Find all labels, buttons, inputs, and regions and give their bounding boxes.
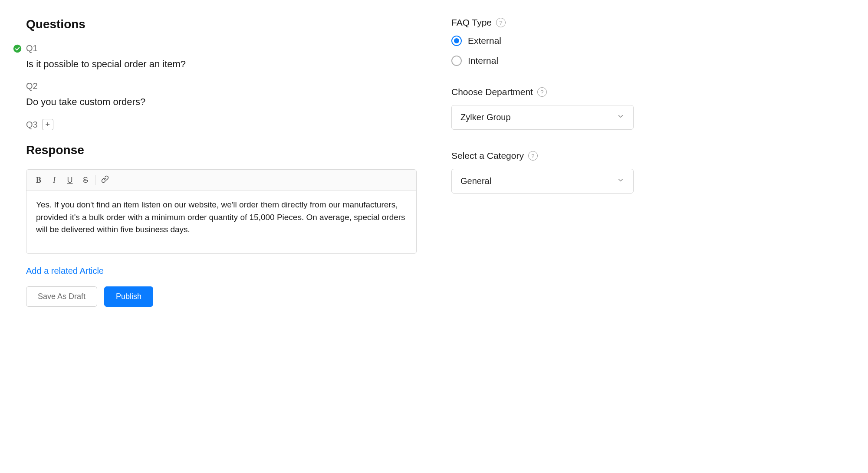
q2-label: Q2 [26,81,38,91]
response-heading: Response [26,143,417,157]
bold-icon: B [36,176,41,185]
help-icon[interactable]: ? [537,87,547,97]
plus-icon: + [45,121,50,128]
link-icon [101,175,109,185]
underline-icon: U [67,176,73,185]
add-related-article-link[interactable]: Add a related Article [26,266,104,276]
save-as-draft-button[interactable]: Save As Draft [26,286,97,307]
help-icon[interactable]: ? [528,151,538,161]
radio-unchecked-icon [451,56,462,66]
chevron-down-icon [617,176,625,186]
link-button[interactable] [97,173,113,187]
bold-button[interactable]: B [31,173,46,187]
question-3: Q3 + [26,119,417,130]
question-2: Q2 Do you take custom orders? [26,81,417,108]
response-textarea[interactable]: Yes. If you don't find an item listen on… [26,191,416,253]
questions-heading: Questions [26,17,417,31]
category-value: General [460,176,491,186]
svg-point-0 [13,44,21,52]
q3-label: Q3 [26,120,38,130]
faq-type-label: FAQ Type [451,17,492,28]
faq-type-field: FAQ Type ? External Internal [451,17,634,66]
check-icon [13,44,22,53]
response-editor: B I U S Yes. If you don't find [26,169,417,254]
strikethrough-icon: S [83,176,88,185]
underline-button[interactable]: U [62,173,78,187]
faq-internal-label: Internal [468,56,498,66]
faq-type-internal-radio[interactable]: Internal [451,56,634,66]
q2-text: Do you take custom orders? [26,96,417,108]
publish-button[interactable]: Publish [104,286,153,307]
category-label: Select a Category [451,151,524,161]
faq-type-external-radio[interactable]: External [451,36,634,46]
editor-toolbar: B I U S [26,170,416,191]
radio-checked-icon [451,36,462,46]
chevron-down-icon [617,112,625,122]
italic-button[interactable]: I [46,173,62,187]
q1-text: Is it possible to special order an item? [26,59,417,70]
department-field: Choose Department ? Zylker Group [451,87,634,130]
toolbar-divider [95,175,95,185]
faq-external-label: External [468,36,501,46]
add-question-button[interactable]: + [42,119,53,130]
department-value: Zylker Group [460,112,511,122]
category-field: Select a Category ? General [451,151,634,194]
department-select[interactable]: Zylker Group [451,105,634,130]
strikethrough-button[interactable]: S [78,173,93,187]
question-1: Q1 Is it possible to special order an it… [26,43,417,70]
department-label: Choose Department [451,87,533,97]
italic-icon: I [53,176,56,185]
help-icon[interactable]: ? [496,18,506,27]
q1-label: Q1 [26,43,38,53]
category-select[interactable]: General [451,169,634,194]
